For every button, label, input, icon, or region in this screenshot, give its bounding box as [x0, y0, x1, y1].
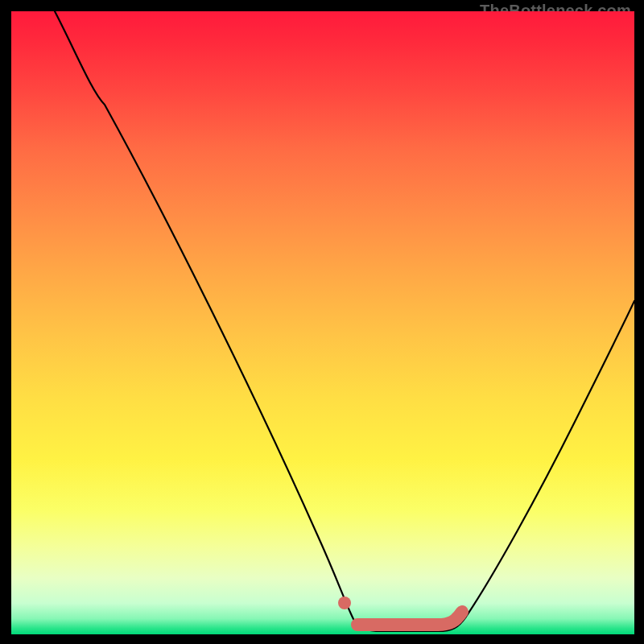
gradient-plot-area	[11, 11, 634, 634]
chart-container: TheBottleneck.com	[0, 0, 644, 644]
optimal-range-highlight	[357, 612, 462, 625]
bottleneck-curve	[55, 11, 634, 631]
optimal-start-dot	[338, 597, 351, 609]
curve-svg	[11, 11, 634, 634]
